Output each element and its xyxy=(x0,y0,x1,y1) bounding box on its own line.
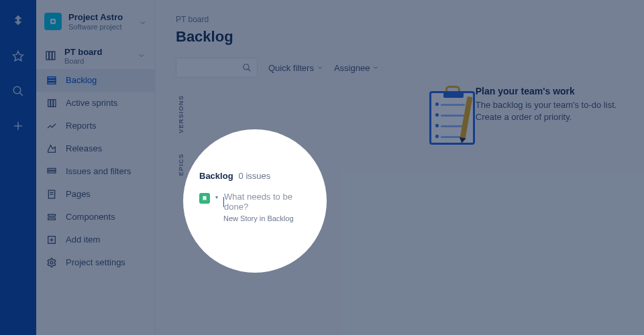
create-issue-row[interactable]: ▾ What needs to be done? New Story in Ba… xyxy=(199,192,319,222)
backlog-label: Backlog xyxy=(199,171,233,181)
story-type-icon[interactable] xyxy=(199,193,210,204)
create-caption: New Story in Backlog xyxy=(223,214,319,222)
issue-placeholder: What needs to be done? xyxy=(224,192,319,212)
backlog-heading: Backlog 0 issues xyxy=(199,171,319,181)
backlog-count: 0 issues xyxy=(239,171,271,181)
chevron-down-icon[interactable]: ▾ xyxy=(215,194,218,200)
issue-summary-input[interactable]: What needs to be done? xyxy=(223,192,319,212)
onboarding-dimmer xyxy=(0,0,644,335)
onboarding-spotlight: Backlog 0 issues ▾ What needs to be done… xyxy=(183,129,327,273)
